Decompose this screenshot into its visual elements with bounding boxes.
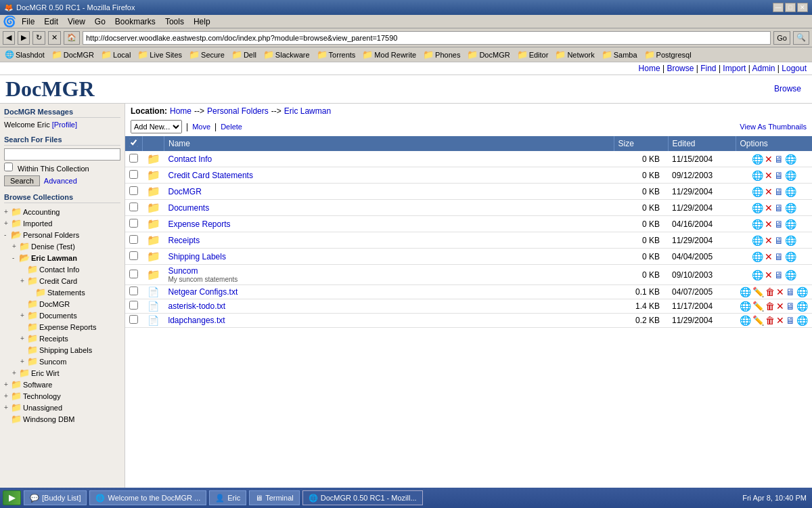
- row-checkbox[interactable]: [129, 203, 138, 211]
- table-header-name[interactable]: Name: [164, 136, 614, 151]
- within-collection-checkbox[interactable]: [4, 163, 13, 171]
- file-name-link[interactable]: Netgear Configs.txt: [168, 287, 238, 297]
- info-icon[interactable]: 🌐: [740, 315, 751, 326]
- file-name-link[interactable]: Suncom: [168, 266, 198, 276]
- share-icon[interactable]: 🌐: [785, 270, 796, 280]
- tree-item-docmgr[interactable]: 📁 DocMGR: [4, 298, 120, 310]
- tree-item-expense-reports[interactable]: 📁 Expense Reports: [4, 321, 120, 333]
- email-icon[interactable]: 🖥: [774, 270, 784, 280]
- tree-item-eric-wirt[interactable]: + 📁 Eric Wirt: [4, 367, 120, 379]
- info-icon[interactable]: 🌐: [752, 154, 763, 165]
- email-icon[interactable]: 🖥: [774, 186, 784, 197]
- taskbar-buddy-list[interactable]: 💬 [Buddy List]: [24, 490, 87, 505]
- address-bar[interactable]: [83, 31, 771, 45]
- info-icon[interactable]: 🌐: [740, 301, 751, 312]
- email-icon[interactable]: 🖥: [774, 235, 784, 246]
- home-button[interactable]: 🏠: [64, 31, 80, 45]
- row-checkbox[interactable]: [129, 251, 138, 260]
- bookmark-modrewrite[interactable]: 📁 Mod Rewrite: [360, 49, 418, 60]
- tree-item-shipping-labels[interactable]: 📁 Shipping Labels: [4, 344, 120, 356]
- file-name-link[interactable]: Receipts: [168, 236, 200, 245]
- file-name-link[interactable]: Contact Info: [168, 154, 212, 164]
- add-new-dropdown[interactable]: Add New...: [131, 120, 182, 133]
- delete-icon[interactable]: ✕: [765, 186, 773, 197]
- bookmark-torrents[interactable]: 📁 Torrents: [315, 49, 358, 60]
- bookmark-local[interactable]: 📁 Local: [99, 49, 133, 60]
- email-icon[interactable]: 🖥: [774, 154, 784, 165]
- bookmark-network[interactable]: 📁 Network: [553, 49, 596, 60]
- delete-red-icon[interactable]: 🗑: [765, 301, 775, 312]
- info-icon[interactable]: 🌐: [752, 186, 763, 197]
- delete-icon[interactable]: ✕: [765, 219, 773, 230]
- tree-item-windsong[interactable]: 📁 Windsong DBM: [4, 413, 120, 425]
- delete-icon[interactable]: ✕: [765, 203, 773, 213]
- delete-icon[interactable]: ✕: [776, 287, 784, 297]
- info-icon[interactable]: 🌐: [752, 219, 763, 230]
- share-icon[interactable]: 🌐: [785, 186, 796, 197]
- delete-icon[interactable]: ✕: [765, 235, 773, 246]
- taskbar-terminal[interactable]: 🖥 Terminal: [249, 490, 300, 505]
- share-icon[interactable]: 🌐: [785, 219, 796, 230]
- delete-icon[interactable]: ✕: [765, 270, 773, 280]
- tree-item-credit-card[interactable]: + 📁 Credit Card: [4, 275, 120, 287]
- file-name-link[interactable]: Expense Reports: [168, 219, 231, 229]
- file-name-link[interactable]: ldapchanges.txt: [168, 316, 225, 325]
- bookmark-docmgr2[interactable]: 📁 DocMGR: [465, 49, 512, 60]
- email-icon[interactable]: 🖥: [786, 301, 795, 312]
- minimize-button[interactable]: —: [773, 3, 784, 12]
- move-link[interactable]: Move: [192, 123, 210, 131]
- share-icon[interactable]: 🌐: [796, 287, 808, 297]
- nav-import[interactable]: Import: [723, 64, 746, 73]
- bookmark-livesites[interactable]: 📁 Live Sites: [135, 49, 184, 60]
- share-icon[interactable]: 🌐: [796, 301, 808, 312]
- tree-item-accounting[interactable]: + 📁 Accounting: [4, 206, 120, 217]
- file-name-link[interactable]: asterisk-todo.txt: [168, 301, 226, 311]
- taskbar-welcome[interactable]: 🌐 Welcome to the DocMGR ...: [89, 490, 206, 505]
- tree-item-technology[interactable]: + 📁 Technology: [4, 390, 120, 402]
- email-icon[interactable]: 🖥: [774, 251, 784, 262]
- file-name-link[interactable]: DocMGR: [168, 187, 202, 196]
- tree-item-receipts[interactable]: + 📁 Receipts: [4, 333, 120, 344]
- row-checkbox[interactable]: [129, 170, 138, 179]
- tree-item-imported[interactable]: + 📁 Imported: [4, 217, 120, 229]
- maximize-button[interactable]: □: [785, 3, 796, 12]
- view-thumbnails-link[interactable]: View As Thumbnails: [740, 123, 807, 131]
- row-checkbox[interactable]: [129, 270, 138, 278]
- reload-button[interactable]: ↻: [32, 31, 45, 45]
- bookmark-postgresql[interactable]: 📁 Postgresql: [642, 49, 694, 60]
- search-button[interactable]: Search: [4, 175, 40, 186]
- row-checkbox[interactable]: [129, 235, 138, 244]
- nav-browse[interactable]: Browse: [667, 64, 694, 73]
- tree-item-denise[interactable]: + 📁 Denise (Test): [4, 240, 120, 252]
- email-icon[interactable]: 🖥: [786, 287, 795, 297]
- bookmark-phones[interactable]: 📁 Phones: [421, 49, 462, 60]
- edit-icon[interactable]: ✏️: [752, 287, 764, 297]
- share-icon[interactable]: 🌐: [785, 251, 796, 262]
- delete-red-icon[interactable]: 🗑: [765, 287, 775, 297]
- tree-item-software[interactable]: + 📁 Software: [4, 379, 120, 390]
- bookmark-samba[interactable]: 📁 Samba: [600, 49, 639, 60]
- email-icon[interactable]: 🖥: [774, 219, 784, 230]
- back-button[interactable]: ◀: [3, 31, 15, 45]
- delete-red-icon[interactable]: 🗑: [765, 315, 775, 326]
- email-icon[interactable]: 🖥: [774, 203, 784, 213]
- bookmark-docmgr1[interactable]: 📁 DocMGR: [49, 49, 96, 60]
- tree-item-suncom[interactable]: + 📁 Suncom: [4, 356, 120, 367]
- file-name-link[interactable]: Shipping Labels: [168, 252, 226, 261]
- info-icon[interactable]: 🌐: [752, 270, 763, 280]
- edit-icon[interactable]: ✏️: [752, 301, 764, 312]
- tree-item-contact-info[interactable]: 📁 Contact Info: [4, 263, 120, 275]
- taskbar-docmgr[interactable]: 🌐 DocMGR 0.50 RC1 - Mozill...: [302, 490, 423, 505]
- row-checkbox[interactable]: [129, 287, 138, 295]
- tree-item-personal-folders[interactable]: - 📂 Personal Folders: [4, 229, 120, 240]
- start-button[interactable]: ▶: [3, 490, 21, 505]
- tree-item-documents[interactable]: + 📁 Documents: [4, 310, 120, 321]
- tree-item-statements[interactable]: 📁 Statements: [4, 287, 120, 298]
- info-icon[interactable]: 🌐: [752, 251, 763, 262]
- share-icon[interactable]: 🌐: [785, 154, 796, 165]
- menu-view[interactable]: View: [64, 16, 89, 28]
- table-header-size[interactable]: Size: [614, 136, 668, 151]
- row-checkbox[interactable]: [129, 219, 138, 228]
- bookmark-editor[interactable]: 📁 Editor: [515, 49, 551, 60]
- menu-bookmarks[interactable]: Bookmarks: [111, 16, 160, 28]
